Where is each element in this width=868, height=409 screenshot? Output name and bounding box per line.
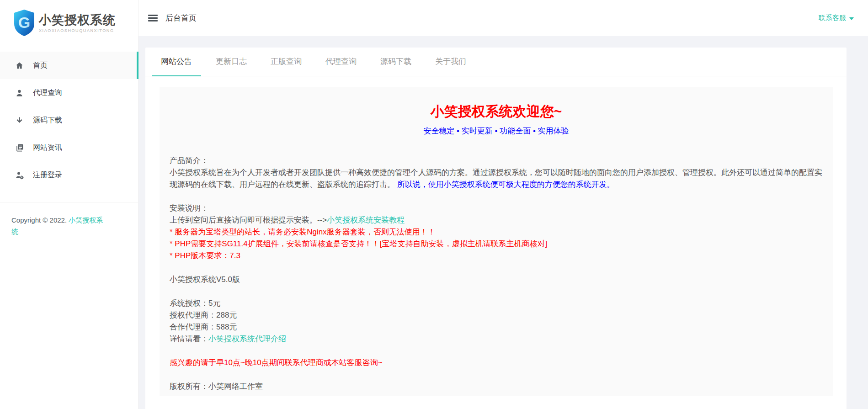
tab-update-log[interactable]: 更新日志: [207, 48, 256, 76]
brand-title: 小笑授权系统: [39, 13, 116, 27]
text-segment: 上传到空间后直接访问即可根据提示安装。-->: [170, 216, 327, 224]
announcement-line: 上传到空间后直接访问即可根据提示安装。-->小笑授权系统安装教程: [170, 214, 823, 226]
announcement-line: 合作代理商：588元: [170, 321, 823, 333]
user-gear-icon: [15, 170, 24, 180]
sidebar-item-source-download[interactable]: 源码下载: [0, 106, 138, 134]
announcement-line: [170, 262, 823, 274]
announcement-line: * PHP版本要求：7.3: [170, 250, 823, 262]
announcement-line: 小笑授权系统V5.0版: [170, 274, 823, 286]
announcement-line: * 服务器为宝塔类型的站长，请务必安装Nginx服务器套装，否则无法使用！！: [170, 226, 823, 238]
announcement-line: 系统授权：5元: [170, 297, 823, 309]
text-segment: 授权代理商：288元: [170, 311, 237, 319]
text-segment: 详情请看：: [170, 335, 208, 343]
app-window: G 小笑授权系统 XIAOXIAOSHOUQUANXITONG 首页 代理查询: [0, 0, 868, 409]
text-segment: 系统授权：5元: [170, 299, 220, 308]
sidebar-item-home[interactable]: 首页: [0, 52, 138, 79]
inline-link[interactable]: 小笑授权系统安装教程: [327, 216, 405, 224]
announcement-line: [170, 191, 823, 202]
announcement-line: [170, 345, 823, 357]
text-segment: 所以说，使用小笑授权系统便可极大程度的方便您的系统开发。: [395, 180, 615, 189]
announcement-line: 产品简介：: [170, 155, 823, 167]
text-segment: 产品简介：: [170, 156, 208, 165]
announcement-line: [170, 369, 823, 381]
page-title: 后台首页: [165, 13, 197, 23]
text-segment: 合作代理商：588元: [170, 323, 237, 331]
content-card: 网站公告 更新日志 正版查询 代理查询 源码下载 关于我们 小笑授权系统欢迎您~…: [145, 48, 847, 409]
sidebar-item-agent-query[interactable]: 代理查询: [0, 79, 138, 106]
announcement-line: 小笑授权系统旨在为个人开发者或者开发团队提供一种高效便捷的管理个人源码的方案。通…: [170, 167, 823, 191]
hamburger-icon[interactable]: [148, 15, 158, 21]
text-segment: 安装说明：: [170, 204, 208, 212]
text-segment: * PHP版本要求：7.3: [170, 251, 240, 260]
contact-support-label: 联系客服: [819, 14, 846, 22]
brand-subtitle: XIAOXIAOSHOUQUANXITONG: [39, 28, 116, 33]
text-segment: * 服务器为宝塔类型的站长，请务必安装Nginx服务器套装，否则无法使用！！: [170, 228, 436, 236]
tab-about-us[interactable]: 关于我们: [426, 48, 475, 76]
text-segment: 版权所有：小笑网络工作室: [170, 382, 263, 391]
text-segment: 小笑授权系统V5.0版: [170, 275, 240, 284]
brand-logo: G 小笑授权系统 XIAOXIAOSHOUQUANXITONG: [0, 0, 138, 46]
shield-g-logo-icon: G: [14, 9, 35, 37]
announcement-line: 安装说明：: [170, 202, 823, 214]
sidebar-item-register-login[interactable]: 注册登录: [0, 161, 138, 189]
copyright-text: Copyright © 2022.: [11, 216, 69, 224]
sidebar: G 小笑授权系统 XIAOXIAOSHOUQUANXITONG 首页 代理查询: [0, 0, 138, 409]
sidebar-item-label: 注册登录: [33, 170, 62, 180]
text-segment: 感兴趣的请于早10点~晚10点期间联系代理商或本站客服咨询~: [170, 358, 383, 367]
tab-bar: 网站公告 更新日志 正版查询 代理查询 源码下载 关于我们: [145, 48, 847, 76]
announcement-line: 感兴趣的请于早10点~晚10点期间联系代理商或本站客服咨询~: [170, 357, 823, 369]
topbar: 后台首页 联系客服: [138, 0, 868, 36]
sidebar-nav: 首页 代理查询 源码下载 网站资讯: [0, 52, 138, 189]
announcement-line: 版权所有：小笑网络工作室: [170, 381, 823, 393]
brand-text: 小笑授权系统 XIAOXIAOSHOUQUANXITONG: [39, 13, 116, 33]
main-column: 后台首页 联系客服 网站公告 更新日志 正版查询 代理查询 源码下载 关于我们 …: [138, 0, 868, 409]
sidebar-item-label: 源码下载: [33, 116, 62, 125]
sidebar-item-label: 首页: [33, 61, 48, 70]
user-icon: [15, 88, 24, 97]
announcement-panel: 小笑授权系统欢迎您~ 安全稳定 • 实时更新 • 功能全面 • 实用体验 产品简…: [160, 87, 833, 396]
caret-down-icon: [849, 17, 854, 20]
announcement-title: 小笑授权系统欢迎您~: [170, 104, 823, 119]
contact-support-dropdown[interactable]: 联系客服: [819, 14, 854, 22]
inline-link[interactable]: 小笑授权系统代理介绍: [208, 335, 286, 343]
tab-site-announcement[interactable]: 网站公告: [152, 48, 201, 76]
sidebar-item-label: 网站资讯: [33, 143, 62, 153]
announcement-line: * PHP需要支持SG11.4扩展组件，安装前请核查是否支持！！[宝塔支持自助安…: [170, 238, 823, 250]
announcement-body: 产品简介：小笑授权系统旨在为个人开发者或者开发团队提供一种高效便捷的管理个人源码…: [170, 155, 823, 393]
announcement-line: [170, 286, 823, 297]
announcement-line: 授权代理商：288元: [170, 309, 823, 321]
home-icon: [15, 61, 24, 70]
workspace: 网站公告 更新日志 正版查询 代理查询 源码下载 关于我们 小笑授权系统欢迎您~…: [138, 36, 868, 409]
news-icon: [15, 143, 24, 152]
tab-source-download[interactable]: 源码下载: [371, 48, 421, 76]
announcement-subtitle: 安全稳定 • 实时更新 • 功能全面 • 实用体验: [170, 126, 823, 136]
sidebar-item-label: 代理查询: [33, 88, 62, 98]
svg-text:G: G: [18, 14, 30, 31]
tab-agent-query[interactable]: 代理查询: [316, 48, 366, 76]
sidebar-copyright: Copyright © 2022. 小笑授权系统: [0, 202, 104, 237]
download-icon: [15, 116, 24, 125]
tab-genuine-query[interactable]: 正版查询: [261, 48, 311, 76]
text-segment: * PHP需要支持SG11.4扩展组件，安装前请核查是否支持！！[宝塔支持自助安…: [170, 239, 547, 248]
announcement-line: 详情请看：小笑授权系统代理介绍: [170, 333, 823, 345]
sidebar-item-site-news[interactable]: 网站资讯: [0, 134, 138, 161]
